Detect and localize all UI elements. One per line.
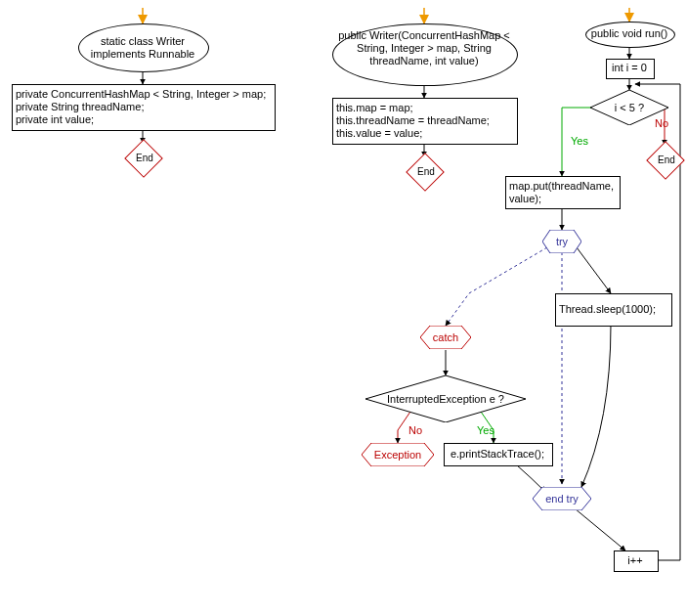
loop-cond: i < 5 ? — [602, 102, 657, 113]
yes-label-1: Yes — [571, 135, 588, 147]
yes-label-2: Yes — [477, 424, 494, 436]
svg-marker-12 — [542, 230, 581, 253]
catch-cond: InterruptedException e ? — [379, 393, 512, 405]
svg-marker-13 — [420, 326, 471, 349]
end-label-2: End — [414, 166, 438, 177]
svg-marker-16 — [533, 487, 591, 510]
no-label-1: No — [655, 117, 668, 129]
end-label-1: End — [133, 153, 156, 163]
no-label-2: No — [408, 424, 422, 436]
end-label-3: End — [655, 154, 678, 165]
svg-marker-15 — [362, 443, 434, 466]
